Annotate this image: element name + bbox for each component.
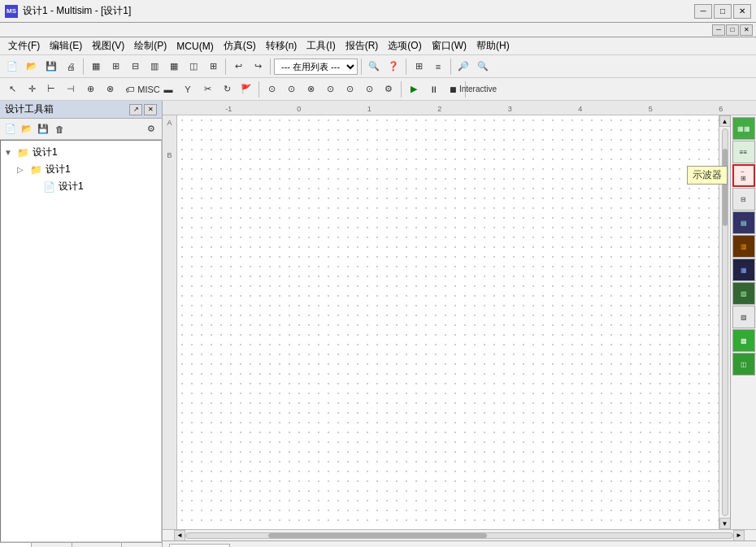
menu-mcu[interactable]: MCU(M) bbox=[172, 39, 218, 54]
tb2-rotate[interactable]: ↻ bbox=[218, 80, 236, 98]
hscroll-left-btn[interactable]: ◄ bbox=[174, 530, 185, 541]
vscroll-track bbox=[722, 128, 728, 516]
print-btn[interactable]: 🖨 bbox=[62, 58, 80, 76]
ruler-top: -1 0 1 2 3 4 5 6 bbox=[163, 101, 756, 115]
tb2-gear[interactable]: ⚙ bbox=[380, 80, 398, 98]
tb2-junction[interactable]: ⊕ bbox=[81, 80, 99, 98]
instr-btn-11[interactable]: ◫ bbox=[732, 353, 755, 376]
menu-view[interactable]: 视图(V) bbox=[87, 37, 129, 54]
tb2-label[interactable]: 🏷 bbox=[120, 80, 138, 98]
maximize-button[interactable]: □ bbox=[714, 4, 732, 19]
tb2-graphic[interactable]: Y bbox=[179, 80, 197, 98]
canvas-tab-design1[interactable]: 📄 设计1 bbox=[169, 544, 230, 547]
tree-item-design1[interactable]: ▷ 📁 设计1 bbox=[4, 161, 158, 178]
interactive-btn[interactable]: Interactive bbox=[469, 80, 487, 98]
instr-btn-oscilloscope[interactable]: ~⊞ 示波器 bbox=[732, 164, 755, 187]
tb-comp4[interactable]: ▦ bbox=[165, 58, 183, 76]
tb2-wire[interactable]: ⊢ bbox=[42, 80, 60, 98]
canvas-tab-bar: 📄 设计1 ⚙ ▾ bbox=[163, 540, 756, 547]
panel-float-btn[interactable]: ↗ bbox=[129, 104, 142, 115]
instr-btn-1[interactable]: ▦▦ bbox=[732, 117, 755, 140]
instr-btn-9[interactable]: ▨ bbox=[732, 306, 755, 328]
vscroll-up-btn[interactable]: ▲ bbox=[719, 115, 731, 127]
ruler-mark-2: 2 bbox=[405, 105, 476, 113]
tb-undo[interactable]: ↩ bbox=[229, 58, 247, 76]
minimize-button[interactable]: ─ bbox=[694, 4, 712, 19]
tree-item-root[interactable]: ▼ 📁 设计1 bbox=[4, 144, 158, 161]
tab-hierarchy[interactable]: 层级 bbox=[0, 543, 32, 547]
tb2-cross[interactable]: ✛ bbox=[23, 80, 41, 98]
menu-help[interactable]: 帮助(H) bbox=[471, 37, 515, 54]
tb2-bus[interactable]: ⊣ bbox=[62, 80, 80, 98]
tree-item-design1-child[interactable]: 📄 设计1 bbox=[4, 178, 158, 195]
lp-save[interactable]: 💾 bbox=[36, 122, 50, 137]
panel-close-btn[interactable]: ✕ bbox=[144, 104, 157, 115]
instr-btn-10[interactable]: ▩ bbox=[732, 329, 755, 352]
tb2-text[interactable]: ▬ bbox=[159, 80, 177, 98]
instr-btn-7[interactable]: ▦ bbox=[732, 258, 755, 281]
toolbar-row-1: 📄 📂 💾 🖨 ▦ ⊞ ⊟ ▥ ▦ ◫ ⊞ ↩ ↪ --- 在用列表 --- 🔍… bbox=[0, 55, 756, 78]
instr-btn-4[interactable]: ⊟ bbox=[732, 188, 755, 211]
new-btn[interactable]: 📄 bbox=[3, 58, 21, 76]
tb2-arrow[interactable]: ↖ bbox=[3, 80, 21, 98]
tb-redo[interactable]: ↪ bbox=[249, 58, 267, 76]
inner-minimize-btn[interactable]: ─ bbox=[712, 24, 725, 36]
menu-tools[interactable]: 工具(I) bbox=[302, 37, 340, 54]
tb-extra2[interactable]: ≡ bbox=[429, 58, 447, 76]
menu-edit[interactable]: 编辑(E) bbox=[45, 37, 87, 54]
tb-comp6[interactable]: ⊞ bbox=[204, 58, 222, 76]
tab-visibility[interactable]: 可见度 bbox=[32, 543, 72, 547]
tb2-sim3[interactable]: ⊗ bbox=[302, 80, 319, 98]
inner-maximize-btn[interactable]: □ bbox=[726, 24, 739, 36]
tb2-sim2[interactable]: ⊙ bbox=[282, 80, 300, 98]
lp-new[interactable]: 📄 bbox=[3, 122, 18, 137]
menu-options[interactable]: 选项(O) bbox=[383, 37, 426, 54]
tb-comp3[interactable]: ▥ bbox=[146, 58, 163, 76]
tb2-flag[interactable]: 🚩 bbox=[237, 80, 255, 98]
tb-comp2[interactable]: ⊟ bbox=[126, 58, 144, 76]
lp-open[interactable]: 📂 bbox=[20, 122, 34, 137]
tb-comp1[interactable]: ⊞ bbox=[106, 58, 124, 76]
tb-comp5[interactable]: ◫ bbox=[185, 58, 202, 76]
tb-grid[interactable]: ▦ bbox=[87, 58, 105, 76]
sep4 bbox=[361, 59, 362, 75]
tb-extra1[interactable]: ⊞ bbox=[410, 58, 428, 76]
menu-reports[interactable]: 报告(R) bbox=[341, 37, 384, 54]
tree-icon-child: 📄 bbox=[43, 181, 55, 193]
inner-close-btn[interactable]: ✕ bbox=[740, 24, 753, 36]
tb2-misc[interactable]: MISC bbox=[140, 80, 158, 98]
open-btn[interactable]: 📂 bbox=[23, 58, 41, 76]
tb2-sim6[interactable]: ⊙ bbox=[360, 80, 378, 98]
menu-window[interactable]: 窗口(W) bbox=[427, 37, 471, 54]
tb2-noconnect[interactable]: ⊗ bbox=[101, 80, 119, 98]
instr-btn-6[interactable]: ▥ bbox=[732, 235, 755, 258]
canvas-main[interactable] bbox=[177, 115, 719, 529]
sim-run[interactable]: ▶ bbox=[405, 80, 423, 98]
menu-file[interactable]: 文件(F) bbox=[3, 37, 45, 54]
save-btn[interactable]: 💾 bbox=[42, 58, 60, 76]
menu-simulate[interactable]: 仿真(S) bbox=[219, 37, 261, 54]
close-button[interactable]: ✕ bbox=[733, 4, 751, 19]
menu-draw[interactable]: 绘制(P) bbox=[129, 37, 172, 54]
lp-settings[interactable]: ⚙ bbox=[144, 122, 159, 137]
lp-delete[interactable]: 🗑 bbox=[52, 122, 67, 137]
tab-project-view[interactable]: 项目视图 bbox=[72, 543, 122, 547]
instr-btn-8[interactable]: ▧ bbox=[732, 282, 755, 305]
tb-zoom-in[interactable]: 🔍 bbox=[365, 58, 383, 76]
vscroll-down-btn[interactable]: ▼ bbox=[719, 518, 731, 529]
tb2-sim1[interactable]: ⊙ bbox=[263, 80, 280, 98]
instr-btn-2[interactable]: ≡≡ bbox=[732, 141, 755, 163]
component-list-dropdown[interactable]: --- 在用列表 --- bbox=[274, 59, 358, 75]
sim-pause[interactable]: ⏸ bbox=[424, 80, 442, 98]
instr-btn-5[interactable]: ▤ bbox=[732, 211, 755, 234]
design-tree: ▼ 📁 设计1 ▷ 📁 设计1 📄 设计1 bbox=[0, 140, 162, 542]
tree-expand-root: ▼ bbox=[4, 148, 14, 157]
menu-transfer[interactable]: 转移(n) bbox=[261, 37, 302, 54]
tb2-connect[interactable]: ✂ bbox=[198, 80, 216, 98]
tb2-sim5[interactable]: ⊙ bbox=[341, 80, 358, 98]
hscroll-right-btn[interactable]: ► bbox=[733, 530, 745, 541]
tb-zoom-fit[interactable]: 🔎 bbox=[454, 58, 472, 76]
tb-help[interactable]: ❓ bbox=[385, 58, 402, 76]
tb-zoom-out[interactable]: 🔍 bbox=[474, 58, 492, 76]
tb2-sim4[interactable]: ⊙ bbox=[321, 80, 339, 98]
